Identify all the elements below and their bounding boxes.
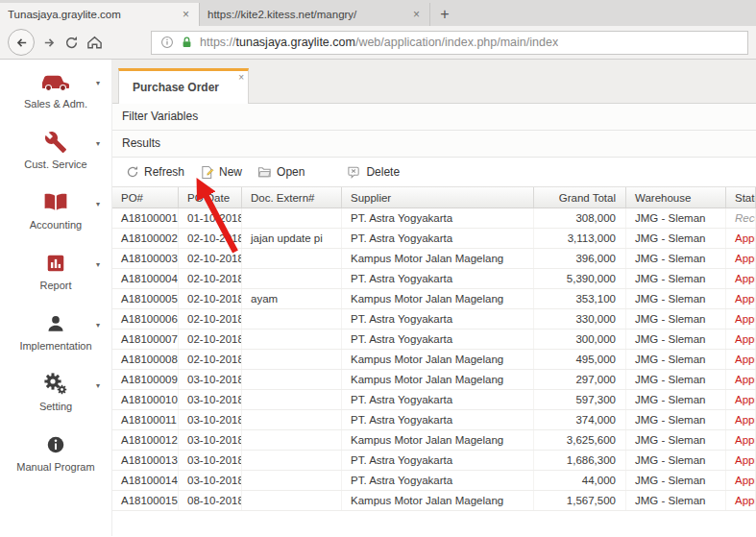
table-row[interactable]: A18100004 02-10-2018 PT. Astra Yogyakart… <box>112 269 756 289</box>
refresh-button[interactable]: Refresh <box>120 162 194 182</box>
results-header[interactable]: Results <box>112 131 756 158</box>
column-header-warehouse[interactable]: Warehouse <box>626 187 726 207</box>
cell-state: Appro <box>726 269 756 288</box>
table-row[interactable]: A18100006 02-10-2018 PT. Astra Yogyakart… <box>112 309 756 330</box>
cell-grand-total: 44,000 <box>534 471 626 490</box>
browser-tab-title: https://kite2.kitess.net/mangry/ <box>207 9 405 20</box>
cell-doc-extern <box>242 491 342 510</box>
cell-doc-extern: jajan update pi <box>242 229 342 248</box>
cell-warehouse: JMG - Sleman <box>626 430 726 450</box>
cell-po-date: 03-10-2018 <box>179 410 242 429</box>
cell-po-number: A18100014 <box>112 471 179 490</box>
page-info-icon[interactable] <box>160 36 174 49</box>
browser-tab-active[interactable]: Tunasjaya.graylite.com × <box>0 3 200 26</box>
table-row[interactable]: A18100010 03-10-2018 PT. Astra Yogyakart… <box>112 390 756 410</box>
column-header-grand-total[interactable]: Grand Total <box>534 187 626 207</box>
browser-tab-strip: Tunasjaya.graylite.com × https://kite2.k… <box>0 0 756 26</box>
column-header-doc-extern[interactable]: Doc. Extern# <box>242 187 342 207</box>
tab-close-icon[interactable]: × <box>411 8 422 21</box>
table-row[interactable]: A18100005 02-10-2018 ayam Kampus Motor J… <box>112 289 756 309</box>
cell-grand-total: 1,567,500 <box>534 491 626 510</box>
delete-icon <box>347 165 361 180</box>
chevron-down-icon: ▾ <box>96 321 100 330</box>
filter-variables-header[interactable]: Filter Variables <box>112 104 756 131</box>
cell-po-number: A18100001 <box>112 208 179 228</box>
cell-supplier: PT. Astra Yogyakarta <box>342 390 534 409</box>
cell-doc-extern <box>242 269 342 288</box>
delete-button[interactable]: Delete <box>341 162 409 183</box>
cell-doc-extern <box>242 249 342 268</box>
cell-doc-extern <box>242 309 342 329</box>
open-button[interactable]: Open <box>252 162 314 183</box>
sidebar-item-manual-program[interactable]: Manual Program <box>0 423 111 483</box>
cell-po-number: A18100007 <box>112 330 179 349</box>
cell-warehouse: JMG - Sleman <box>626 330 726 349</box>
tab-purchase-order[interactable]: Purchase Order × <box>118 68 249 104</box>
cell-po-date: 03-10-2018 <box>179 370 242 389</box>
table-row[interactable]: A18100014 03-10-2018 PT. Astra Yogyakart… <box>112 471 756 491</box>
table-row[interactable]: A18100012 03-10-2018 Kampus Motor Jalan … <box>112 430 756 451</box>
sidebar-item-implementation[interactable]: Implementation ▾ <box>0 302 111 362</box>
cell-grand-total: 353,100 <box>534 289 626 308</box>
home-button[interactable] <box>86 35 103 50</box>
table-row[interactable]: A18100009 03-10-2018 Kampus Motor Jalan … <box>112 370 756 390</box>
person-icon <box>0 310 111 337</box>
tab-close-icon[interactable]: × <box>181 8 191 21</box>
column-header-po[interactable]: PO# <box>112 187 179 207</box>
chevron-down-icon: ▾ <box>96 79 100 87</box>
table-row[interactable]: A18100013 03-10-2018 PT. Astra Yogyakart… <box>112 451 756 471</box>
cell-state: Appro <box>726 370 756 389</box>
sidebar-item-report[interactable]: Report ▾ <box>0 241 111 302</box>
cell-doc-extern <box>242 410 342 429</box>
forward-button[interactable] <box>42 36 57 50</box>
cell-doc-extern <box>242 390 342 409</box>
table-row[interactable]: A18100001 01-10-2018 PT. Astra Yogyakart… <box>112 208 756 229</box>
back-button[interactable] <box>8 29 35 56</box>
sidebar-item-cust-service[interactable]: Cust. Service ▾ <box>0 120 111 181</box>
column-header-supplier[interactable]: Supplier <box>342 187 534 207</box>
cell-supplier: PT. Astra Yogyakarta <box>342 269 534 288</box>
sidebar-item-setting[interactable]: Setting ▾ <box>0 362 111 423</box>
table-row[interactable]: A18100015 08-10-2018 Kampus Motor Jalan … <box>112 491 756 511</box>
cell-state: Appro <box>726 249 756 268</box>
url-bar[interactable]: https://tunasjaya.graylite.com/web/appli… <box>151 31 748 55</box>
refresh-icon <box>126 165 139 179</box>
https-lock-icon[interactable] <box>181 36 193 49</box>
cell-warehouse: JMG - Sleman <box>626 229 726 248</box>
reload-button[interactable] <box>64 36 79 50</box>
chevron-down-icon: ▾ <box>96 381 100 390</box>
new-button[interactable]: New <box>194 162 252 183</box>
cell-po-date: 03-10-2018 <box>179 451 242 470</box>
cell-doc-extern <box>242 451 342 470</box>
bar-chart-icon <box>0 250 111 277</box>
table-row[interactable]: A18100003 02-10-2018 Kampus Motor Jalan … <box>112 249 756 269</box>
new-tab-button[interactable]: + <box>430 3 459 26</box>
table-row[interactable]: A18100011 03-10-2018 PT. Astra Yogyakart… <box>112 410 756 430</box>
wrench-icon <box>0 129 111 156</box>
cell-grand-total: 5,390,000 <box>534 269 626 288</box>
sidebar-item-accounting[interactable]: Accounting ▾ <box>0 181 111 241</box>
cell-grand-total: 3,625,600 <box>534 430 626 450</box>
browser-tab-inactive[interactable]: https://kite2.kitess.net/mangry/ × <box>200 3 430 26</box>
cell-po-date: 03-10-2018 <box>179 390 242 409</box>
table-row[interactable]: A18100007 02-10-2018 PT. Astra Yogyakart… <box>112 330 756 350</box>
column-header-po-date[interactable]: PO Date <box>179 187 242 207</box>
cell-po-date: 08-10-2018 <box>179 491 242 510</box>
cell-grand-total: 297,000 <box>534 370 626 389</box>
cell-warehouse: JMG - Sleman <box>626 350 726 369</box>
cell-grand-total: 300,000 <box>534 330 626 349</box>
column-header-state[interactable]: State <box>726 187 756 207</box>
tab-close-icon[interactable]: × <box>238 72 244 83</box>
table-row[interactable]: A18100008 02-10-2018 Kampus Motor Jalan … <box>112 350 756 370</box>
sidebar-item-sales-adm[interactable]: Sales & Adm. ▾ <box>0 60 111 120</box>
cell-supplier: PT. Astra Yogyakarta <box>342 330 534 349</box>
cell-po-date: 02-10-2018 <box>179 289 242 308</box>
cell-po-date: 03-10-2018 <box>179 430 242 450</box>
cell-supplier: Kampus Motor Jalan Magelang <box>342 491 534 510</box>
cell-warehouse: JMG - Sleman <box>626 370 726 389</box>
cell-state: Appro <box>726 350 756 369</box>
cell-warehouse: JMG - Sleman <box>626 249 726 268</box>
table-row[interactable]: A18100002 02-10-2018 jajan update pi PT.… <box>112 229 756 249</box>
cell-warehouse: JMG - Sleman <box>626 451 726 470</box>
cell-po-date: 03-10-2018 <box>179 471 242 490</box>
